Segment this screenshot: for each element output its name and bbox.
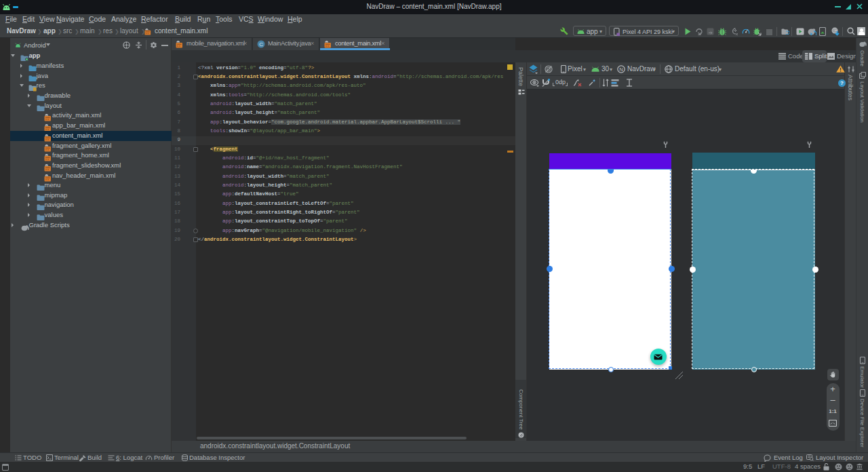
svg-text:N: N [619,66,623,73]
svg-text:C: C [259,41,263,47]
